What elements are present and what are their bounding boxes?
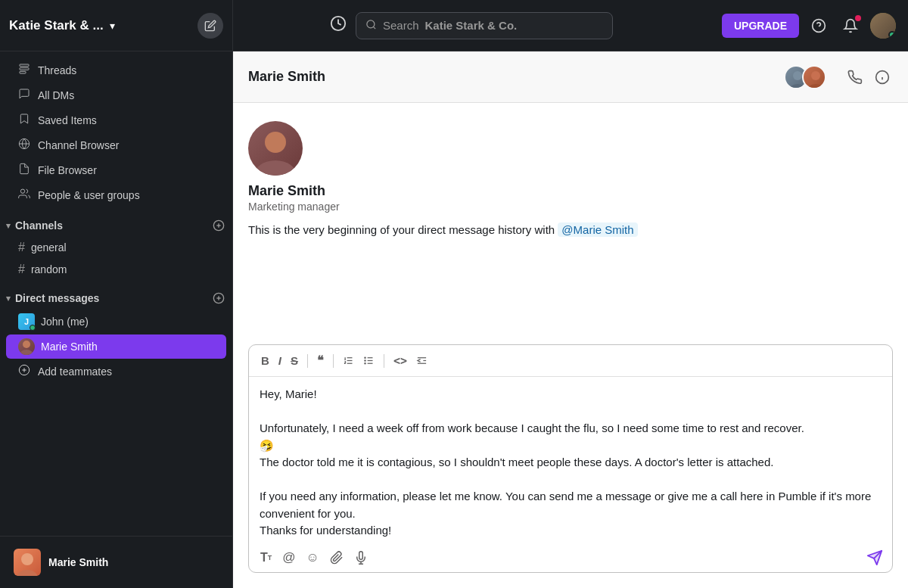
workspace-section: Katie Stark & ... ▾ <box>0 0 233 51</box>
svg-point-39 <box>365 357 365 358</box>
toolbar-sep-1 <box>307 354 308 368</box>
notifications-button[interactable] <box>838 14 863 38</box>
svg-point-41 <box>365 363 365 364</box>
chat-header: Marie Smith <box>233 51 908 103</box>
info-button[interactable] <box>872 67 893 88</box>
compose-body[interactable]: Hey, Marie! Unfortunately, I need a week… <box>249 377 892 543</box>
dm-section-header[interactable]: ▾ Direct messages <box>0 288 232 309</box>
sidebar-item-channel-browser[interactable]: Channel Browser <box>6 133 226 157</box>
history-button[interactable] <box>330 15 347 36</box>
svg-point-18 <box>20 350 33 355</box>
intro-role: Marketing manager <box>248 201 340 213</box>
dm-label: ▾ Direct messages <box>6 292 99 304</box>
italic-button[interactable]: I <box>275 352 285 369</box>
attach-file-button[interactable] <box>328 549 346 567</box>
sidebar-item-saved[interactable]: Saved Items <box>6 108 226 132</box>
svg-point-23 <box>17 570 38 576</box>
channel-item-general[interactable]: # general <box>6 237 226 258</box>
add-channel-button[interactable] <box>211 218 226 233</box>
workspace-chevron-icon[interactable]: ▾ <box>110 20 115 32</box>
saved-icon <box>18 113 30 128</box>
topbar: Katie Stark & ... ▾ Search Katie Stark &… <box>0 0 908 51</box>
user-profile-name: Marie Smith <box>48 556 108 568</box>
topbar-right: UPGRADE <box>710 13 908 39</box>
add-teammates-item[interactable]: Add teammates <box>6 359 226 383</box>
blockquote-button[interactable]: ❝ <box>314 351 327 370</box>
svg-line-2 <box>373 26 375 29</box>
svg-point-32 <box>254 160 297 176</box>
sidebar-item-all-dms[interactable]: All DMs <box>6 83 226 107</box>
add-dm-button[interactable] <box>211 291 226 306</box>
indent-button[interactable] <box>413 353 431 369</box>
sidebar: Threads All DMs Saved Items Channel Brow… <box>0 51 233 588</box>
chat-header-actions <box>844 67 893 88</box>
svg-point-26 <box>811 71 820 80</box>
text-format-button[interactable]: TT <box>258 549 274 567</box>
call-button[interactable] <box>844 67 866 88</box>
intro-name: Marie Smith <box>248 183 325 199</box>
people-groups-label: People & user groups <box>38 189 140 201</box>
intro-text: This is the very beginning of your direc… <box>248 223 638 236</box>
channel-random-label: random <box>31 263 67 275</box>
sidebar-item-file-browser[interactable]: File Browser <box>6 158 226 182</box>
voice-message-button[interactable] <box>352 549 370 567</box>
add-teammates-icon <box>18 364 30 378</box>
threads-icon <box>18 63 30 78</box>
bold-button[interactable]: B <box>258 352 272 369</box>
chat-avatars <box>784 65 826 89</box>
john-online-dot <box>30 325 36 331</box>
sidebar-item-threads[interactable]: Threads <box>6 58 226 82</box>
sidebar-bottom: Marie Smith <box>0 536 232 588</box>
strikethrough-button[interactable]: S <box>288 352 301 369</box>
channels-section-header[interactable]: ▾ Channels <box>0 215 232 236</box>
user-profile[interactable]: Marie Smith <box>6 543 226 582</box>
compose-area: B I S ❝ <> Hey, Marie! Unfortun <box>248 344 893 573</box>
svg-point-17 <box>23 341 30 348</box>
toolbar-sep-3 <box>384 354 384 368</box>
all-dms-label: All DMs <box>38 89 74 101</box>
search-icon <box>365 19 377 33</box>
code-button[interactable]: <> <box>390 352 410 370</box>
dm-item-john[interactable]: J John (me) <box>6 310 226 334</box>
chat-avatar-2 <box>802 65 826 89</box>
topbar-center: Search Katie Stark & Co. <box>233 12 710 39</box>
svg-rect-7 <box>20 71 26 73</box>
message-content: Hey, Marie! Unfortunately, I need a week… <box>260 386 882 540</box>
dm-john-avatar: J <box>18 313 35 330</box>
hash-icon: # <box>18 263 25 276</box>
online-status-dot <box>888 31 896 39</box>
channel-browser-label: Channel Browser <box>38 139 119 151</box>
svg-rect-6 <box>20 68 29 70</box>
people-icon <box>18 188 30 203</box>
svg-point-31 <box>265 132 286 153</box>
svg-point-40 <box>365 360 365 361</box>
ordered-list-button[interactable] <box>340 353 357 369</box>
svg-point-1 <box>367 20 375 27</box>
workspace-name: Katie Stark & ... <box>9 18 104 33</box>
search-label: Search <box>383 19 419 32</box>
compose-new-button[interactable] <box>197 13 223 39</box>
hash-icon: # <box>18 241 25 254</box>
emoji-button[interactable]: ☺ <box>304 548 322 568</box>
send-button[interactable] <box>866 549 883 566</box>
dm-item-marie[interactable]: Marie Smith <box>6 334 226 359</box>
sidebar-item-people-groups[interactable]: People & user groups <box>6 183 226 207</box>
dm-john-name: John (me) <box>41 316 89 328</box>
add-teammates-label: Add teammates <box>38 366 112 378</box>
mention-button[interactable]: @ <box>280 548 297 568</box>
user-profile-avatar <box>14 549 41 576</box>
dm-marie-avatar <box>18 338 35 355</box>
svg-point-24 <box>793 71 802 80</box>
user-avatar-top[interactable] <box>870 13 896 39</box>
help-button[interactable] <box>807 14 831 38</box>
intro-section: Marie Smith Marketing manager This is th… <box>248 121 893 236</box>
channel-item-random[interactable]: # random <box>6 259 226 280</box>
chat-content: Marie Smith Marketing manager This is th… <box>233 103 908 344</box>
search-bar[interactable]: Search Katie Stark & Co. <box>356 12 613 39</box>
upgrade-button[interactable]: UPGRADE <box>722 14 799 38</box>
svg-rect-5 <box>20 64 29 67</box>
file-browser-label: File Browser <box>38 164 97 176</box>
saved-label: Saved Items <box>38 114 97 126</box>
compose-footer: TT @ ☺ <box>249 543 892 572</box>
unordered-list-button[interactable] <box>360 353 378 369</box>
